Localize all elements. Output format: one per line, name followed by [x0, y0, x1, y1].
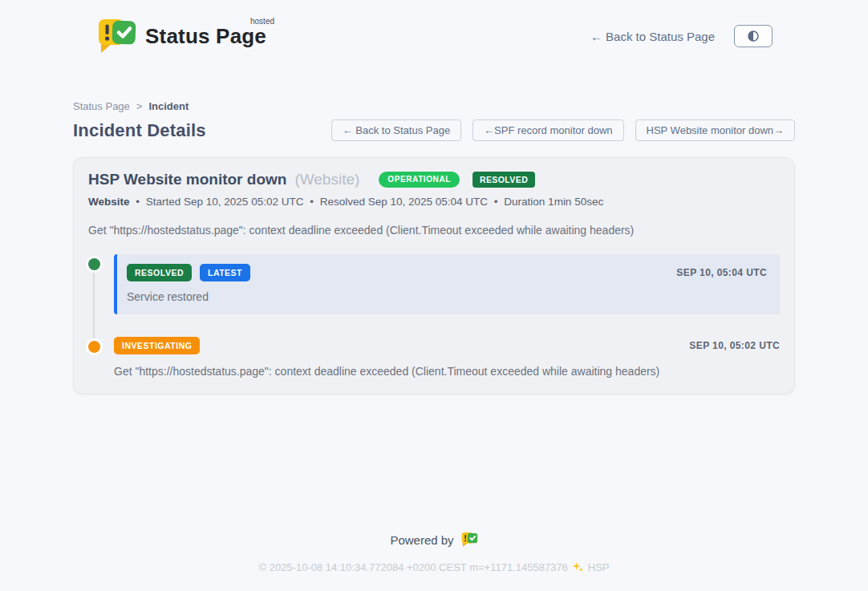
timeline-entry-resolved: RESOLVED LATEST SEP 10, 05:04 UTC Servic… [114, 254, 780, 314]
breadcrumb-separator: > [136, 100, 143, 112]
incident-timeline: RESOLVED LATEST SEP 10, 05:04 UTC Servic… [88, 254, 780, 378]
status-page-mini-logo-icon[interactable] [460, 532, 478, 548]
timeline-entry-investigating: INVESTIGATING SEP 10, 05:02 UTC Get "htt… [114, 337, 780, 378]
brand-name: Status Page [145, 24, 266, 48]
timeline-timestamp: SEP 10, 05:04 UTC [676, 267, 767, 278]
incident-nav-buttons: ← Back to Status Page ←SPF record monito… [331, 119, 795, 141]
meta-component: Website [88, 196, 130, 208]
timeline-timestamp: SEP 10, 05:02 UTC [689, 340, 780, 351]
meta-duration: Duration 1min 50sec [504, 196, 603, 208]
operational-badge: OPERATIONAL [379, 172, 460, 188]
timeline-resolved-badge: RESOLVED [127, 264, 192, 281]
breadcrumb: Status Page > Incident [73, 100, 795, 112]
copyright-suffix: HSP [588, 561, 610, 573]
next-incident-button[interactable]: HSP Website monitor down→ [635, 119, 795, 141]
incident-component: (Website) [294, 171, 359, 188]
meta-resolved: Resolved Sep 10, 2025 05:04 UTC [320, 196, 488, 208]
theme-toggle-button[interactable] [734, 25, 773, 47]
contrast-icon [746, 29, 761, 43]
meta-started: Started Sep 10, 2025 05:02 UTC [146, 196, 304, 208]
meta-separator: • [310, 196, 314, 208]
timeline-investigating-badge: INVESTIGATING [114, 337, 200, 354]
timeline-message: Service restored [127, 290, 767, 303]
incident-description: Get "https://hostedstatus.page": context… [88, 224, 780, 237]
resolved-badge: RESOLVED [473, 172, 535, 188]
incident-card: HSP Website monitor down (Website) OPERA… [73, 157, 795, 395]
page-footer: Powered by © 2025-10-08 14:10:34.772084 … [0, 532, 868, 591]
breadcrumb-status-page-link[interactable]: Status Page [73, 100, 130, 112]
meta-separator: • [136, 196, 140, 208]
hosted-superscript: hosted [250, 17, 274, 26]
incident-meta: Website • Started Sep 10, 2025 05:02 UTC… [88, 196, 780, 208]
powered-by-label: Powered by [390, 533, 453, 547]
timeline-message: Get "https://hostedstatus.page": context… [114, 365, 780, 378]
copyright-text: © 2025-10-08 14:10:34.772084 +0200 CEST … [258, 561, 567, 573]
back-to-status-page-link[interactable]: ← Back to Status Page [590, 30, 715, 43]
meta-separator: • [494, 196, 498, 208]
breadcrumb-current: Incident [148, 100, 189, 112]
timeline-latest-badge: LATEST [200, 264, 250, 281]
timeline-dot-orange [88, 341, 100, 353]
copyright-line: © 2025-10-08 14:10:34.772084 +0200 CEST … [0, 561, 868, 573]
status-page-logo[interactable]: Status Page hosted [95, 18, 271, 55]
status-page-logo-icon [95, 18, 137, 55]
app-header: Status Page hosted ← Back to Status Page [0, 0, 868, 61]
timeline-dot-green [88, 258, 100, 270]
page-title: Incident Details [73, 120, 206, 141]
back-to-status-page-button[interactable]: ← Back to Status Page [331, 119, 461, 141]
prev-incident-button[interactable]: ←SPF record monitor down [473, 119, 623, 141]
incident-title: HSP Website monitor down [88, 171, 286, 188]
sparkles-icon [572, 561, 584, 573]
